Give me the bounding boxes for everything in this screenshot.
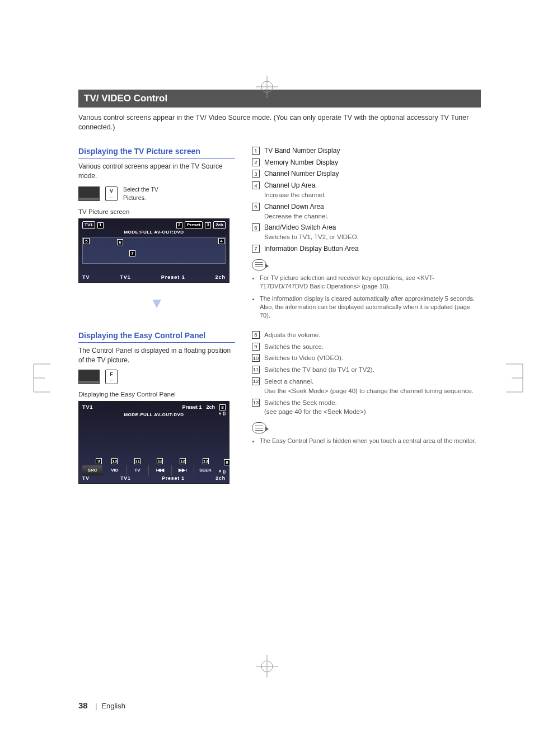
callout-8b-icon: 8 <box>224 459 230 465</box>
ss-ch-label: 2ch <box>213 221 226 228</box>
ss-touch-area <box>82 237 226 264</box>
item5-sub: Decrease the channel. <box>264 213 329 220</box>
callout-12a-icon: 12 <box>157 458 163 464</box>
callout-6-icon: 6 <box>117 239 123 245</box>
v-button-icon: V○ <box>105 186 118 201</box>
item7-title: Information Display Button Area <box>264 245 359 253</box>
page-lang: English <box>101 702 125 710</box>
page-number: 38 <box>78 701 88 710</box>
ss2-top-ch: 2ch <box>206 404 215 411</box>
ss2-vid-btn: VID <box>111 467 118 473</box>
note1-bullet1: For TV picture selection and receiver ke… <box>260 274 481 291</box>
ss2-prev-btn: I◀◀ <box>156 467 164 473</box>
callout-2-icon: 2 <box>176 222 182 228</box>
callout-10-icon: 10 <box>111 458 118 464</box>
screenshot2-caption: Displaying the Easy Control Panel <box>78 390 235 399</box>
ss-tv1-label: TV1 <box>82 221 95 228</box>
section2-desc: The Control Panel is displayed in a floa… <box>78 346 235 365</box>
section1-title: Displaying the TV Picture screen <box>78 146 235 159</box>
callout-3-icon: 3 <box>205 222 211 228</box>
ss2-seek-btn: SEEK <box>199 467 212 473</box>
item11-title: Switches the TV band (to TV1 or TV2). <box>264 366 374 373</box>
item4-title: Channel Up Area <box>264 181 315 189</box>
ss-bottom-preset: Preset 1 <box>161 274 185 281</box>
crop-mark-right <box>503 361 526 395</box>
item13-sub: (see page 40 for the <Seek Mode>) <box>264 408 366 415</box>
step-easy-control: F○ <box>78 370 235 384</box>
easy-control-screenshot: TV1 Preset 1 2ch 8 MODE:FULL AV-OUT:DVD … <box>78 401 229 484</box>
callout-4-icon: 4 <box>218 238 224 244</box>
item3-title: Channel Number Display <box>264 170 339 178</box>
ss-bottom-ch: 2ch <box>215 274 226 281</box>
section1-desc: Various control screens appear in the TV… <box>78 162 235 181</box>
ss2-mode-line: MODE:FULL AV-OUT:DVD <box>124 412 184 418</box>
step-text-line2: Pictures. <box>123 194 158 202</box>
step-select-tv: V○ Select the TV Pictures. <box>78 185 235 202</box>
item2-title: Memory Number Display <box>264 158 338 166</box>
callout-13-icon: 13 <box>203 458 209 464</box>
note1-bullet2: The information display is cleared autom… <box>260 295 481 320</box>
info-icon <box>252 259 266 270</box>
item10-title: Switches to Video (VIDEO). <box>264 354 343 361</box>
ss-bottom-tv: TV <box>82 274 90 281</box>
ss2-bot-ch: 2ch <box>216 475 226 482</box>
ss2-src-btn: SRC <box>82 465 102 475</box>
item5-title: Channel Down Area <box>264 203 324 211</box>
item6-sub: Switches to TV1, TV2, or VIDEO. <box>264 234 359 240</box>
monitor-icon-2 <box>78 370 100 384</box>
intro-text: Various control screens appear in the TV… <box>78 113 481 133</box>
screenshot1-caption: TV Picture screen <box>78 207 235 216</box>
section-easy-control: Displaying the Easy Control Panel The Co… <box>78 330 235 484</box>
callout-11-icon: 11 <box>134 458 140 464</box>
callout-8a-icon: 8 <box>219 404 226 410</box>
ss2-top-tv1: TV1 <box>82 404 93 411</box>
callout-1-icon: 1 <box>97 222 104 228</box>
ss-preset-label: Preset <box>185 221 203 228</box>
section2-title: Displaying the Easy Control Panel <box>78 330 235 343</box>
ss2-bot-preset: Preset 1 <box>162 475 185 482</box>
callout-7-icon: 7 <box>129 250 135 256</box>
callout-9-icon: 9 <box>96 458 102 464</box>
ss2-bot-tv: TV <box>82 475 90 482</box>
crop-mark-bottom <box>256 655 278 678</box>
ss2-vol-dn: ▼ )) <box>218 469 226 474</box>
ss2-top-preset: Preset 1 <box>182 404 202 411</box>
section-header: TV/ VIDEO Control <box>78 90 481 108</box>
note2-bullet1: The Easy Control Panel is hidden when yo… <box>260 437 481 445</box>
callout-list-2: 8Adjusts the volume. 9Switches the sourc… <box>252 330 481 449</box>
item6-title: Band/Video Switch Area <box>264 223 336 231</box>
page-footer: 38 | English <box>78 699 125 711</box>
item8-title: Adjusts the volume. <box>264 332 320 338</box>
item4-sub: Increase the channel. <box>264 192 326 198</box>
ss2-next-btn: ▶▶I <box>179 467 186 473</box>
crop-mark-left <box>31 361 53 395</box>
item12-sub: Use the <Seek Mode> (page 40) to change … <box>264 388 474 394</box>
callout-5-icon: 5 <box>83 238 90 244</box>
down-arrow-icon: ▼ <box>78 293 235 313</box>
item9-title: Switches the source. <box>264 343 324 350</box>
ss2-bot-tv1: TV1 <box>120 475 131 482</box>
callout-list-1: 1TV Band Number Display 2Memory Number D… <box>252 146 481 324</box>
ss-mode-line: MODE:FULL AV-OUT:DVD <box>124 229 184 235</box>
ss2-tv-btn: TV <box>134 467 140 473</box>
info-icon-2 <box>252 422 266 433</box>
item1-title: TV Band Number Display <box>264 147 340 155</box>
callout-12b-icon: 12 <box>180 458 186 464</box>
step-text-line1: Select the TV <box>123 185 158 194</box>
ss-bottom-tv1: TV1 <box>120 274 131 281</box>
item13-title: Switches the Seek mode. <box>264 399 337 406</box>
crop-mark-top <box>256 76 278 98</box>
ss2-vol-up: ▲ )) <box>218 410 226 416</box>
tv-picture-screenshot: TV1 1 2 Preset 3 2ch MODE:FULL AV-OUT:DV… <box>78 218 229 283</box>
f-button-icon: F○ <box>105 370 118 384</box>
monitor-icon <box>78 186 100 201</box>
section-tv-picture: Displaying the TV Picture screen Various… <box>78 146 235 321</box>
item12-title: Select a channel. <box>264 378 313 385</box>
